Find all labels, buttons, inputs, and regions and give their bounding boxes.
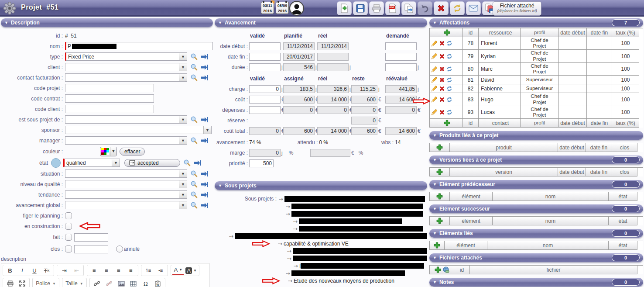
add-fichier-button[interactable] <box>435 266 441 273</box>
charge-valide-input[interactable]: 0 <box>249 85 281 93</box>
search-icon[interactable] <box>190 116 198 123</box>
align-right-icon[interactable]: ≡ <box>113 266 124 275</box>
subproject-item[interactable]: ⇢ <box>279 195 427 203</box>
section-header-description[interactable]: ▼ Description <box>1 18 213 27</box>
subproject-item[interactable]: ⇢ <box>293 225 427 232</box>
subproject-item[interactable]: ⇢ <box>286 210 427 218</box>
edit-icon[interactable] <box>431 53 438 59</box>
priorite-input[interactable]: 500 <box>249 159 274 167</box>
align-left-icon[interactable]: ≡ <box>89 266 100 275</box>
duree-demande-input[interactable] <box>385 63 417 71</box>
date-fin-demande-input[interactable] <box>385 53 417 61</box>
date-fin-valide-input[interactable] <box>249 53 281 61</box>
edit-icon[interactable] <box>431 66 438 73</box>
goto-detail-icon[interactable] <box>201 137 208 144</box>
section-header-fichiers[interactable]: ▼ Fichiers attachés 0 <box>429 253 643 262</box>
section-header-notes[interactable]: ▼ Notes 0 <box>429 278 643 287</box>
search-icon[interactable] <box>190 74 198 81</box>
new-document-button[interactable] <box>337 1 352 15</box>
attach-file-button[interactable]: Fichier attaché (déplacer les fichiers i… <box>493 1 541 16</box>
search-icon[interactable] <box>190 201 198 209</box>
delete-icon[interactable] <box>439 40 445 46</box>
refresh-button[interactable] <box>450 1 465 15</box>
section-header-versions[interactable]: ▼ Versions liées à ce projet 0 <box>429 156 643 164</box>
goto-detail-icon[interactable] <box>201 53 208 60</box>
print-button[interactable] <box>369 1 384 15</box>
add-link-icon[interactable] <box>442 266 449 273</box>
duree-valide-input[interactable] <box>249 63 281 71</box>
refresh-icon[interactable] <box>446 53 452 59</box>
date-debut-valide-input[interactable] <box>249 42 281 50</box>
numbered-list-icon[interactable]: 1≡ <box>143 266 154 275</box>
refresh-icon[interactable] <box>446 66 452 72</box>
goto-detail-icon[interactable] <box>201 74 208 81</box>
goto-detail-icon[interactable] <box>201 202 208 209</box>
underline-button[interactable]: U <box>29 266 40 275</box>
clos-date-input[interactable] <box>74 245 108 253</box>
refresh-icon[interactable] <box>446 97 452 103</box>
goto-detail-icon[interactable] <box>201 191 208 198</box>
code-contrat-input[interactable] <box>65 94 154 103</box>
print-icon[interactable] <box>4 279 16 287</box>
section-header-sous-projets[interactable]: ▼ Sous projets <box>215 181 427 190</box>
subproject-item[interactable]: ⇢ <box>286 203 427 210</box>
annule-checkbox[interactable] <box>116 246 123 252</box>
save-button[interactable] <box>353 1 368 15</box>
section-header-affectations[interactable]: ▼ Affectations 7 <box>429 18 643 27</box>
depenses-valide-input[interactable] <box>249 106 281 114</box>
insert-image-icon[interactable] <box>116 279 127 287</box>
outdent-icon[interactable]: ⇤ <box>71 266 82 275</box>
remove-format-button[interactable]: Tx <box>41 266 52 275</box>
delete-icon[interactable] <box>439 77 445 83</box>
nom-input[interactable]: P <box>65 42 213 50</box>
situation-select[interactable]: ▼ <box>65 169 187 178</box>
undo-button[interactable] <box>418 1 432 15</box>
search-icon[interactable] <box>190 137 198 144</box>
add-affectation-button[interactable] <box>444 29 450 36</box>
refresh-icon[interactable] <box>446 40 452 46</box>
tendance-select[interactable]: ▼ <box>65 190 187 199</box>
section-header-predecesseur[interactable]: ▼ Elément prédécesseur 0 <box>429 180 643 189</box>
subproject-item[interactable]: ⇢ <box>293 218 427 225</box>
subproject-item[interactable]: ⇢ <box>286 270 427 277</box>
delete-icon[interactable] <box>439 86 445 92</box>
end-date-calendar[interactable]: 08/092016 <box>276 2 289 14</box>
edit-icon[interactable] <box>431 40 438 47</box>
next-status-button[interactable]: accepted <box>124 159 180 167</box>
cout-valide-input[interactable] <box>249 96 281 104</box>
goto-detail-icon[interactable] <box>194 159 201 166</box>
search-icon[interactable] <box>183 159 191 166</box>
delete-icon[interactable] <box>439 66 445 72</box>
unlink-icon[interactable] <box>103 279 115 287</box>
delete-icon[interactable] <box>439 109 445 115</box>
fait-date-input[interactable] <box>74 233 108 242</box>
edit-icon[interactable] <box>431 109 438 115</box>
edit-icon[interactable] <box>431 96 438 103</box>
subproject-item[interactable]: ⇢ Etude des nouveaux moyens de productio… <box>288 277 427 284</box>
delete-icon[interactable] <box>439 97 445 103</box>
en-construction-checkbox[interactable] <box>65 223 72 230</box>
search-icon[interactable] <box>190 170 198 177</box>
maximize-icon[interactable] <box>17 279 28 287</box>
code-client-input[interactable] <box>65 105 154 113</box>
text-color-button[interactable]: A▼ <box>172 266 184 275</box>
niveau-qualite-select[interactable]: ▼ <box>65 180 187 188</box>
align-justify-icon[interactable]: ≡ <box>125 266 137 275</box>
goto-detail-icon[interactable] <box>201 181 208 188</box>
parent-project-select[interactable]: ▼ <box>65 115 187 124</box>
fait-checkbox[interactable] <box>65 234 72 241</box>
client-select[interactable]: ▼ <box>65 63 187 71</box>
subproject-item[interactable]: ⇢ <box>287 247 427 255</box>
add-version-button[interactable] <box>436 169 443 175</box>
background-color-button[interactable]: A▼ <box>185 266 198 275</box>
type-select[interactable]: Fixed Price▼ <box>65 52 187 61</box>
copy-button[interactable] <box>401 1 416 15</box>
italic-button[interactable]: I <box>17 266 28 275</box>
send-mail-button[interactable] <box>466 1 481 15</box>
color-picker-button[interactable]: ▼ <box>100 147 117 156</box>
align-center-icon[interactable]: ≡ <box>101 266 112 275</box>
link-icon[interactable] <box>91 279 103 287</box>
delete-icon[interactable] <box>439 53 445 59</box>
goto-detail-icon[interactable] <box>201 170 208 177</box>
special-char-button[interactable]: Ω <box>140 279 151 287</box>
